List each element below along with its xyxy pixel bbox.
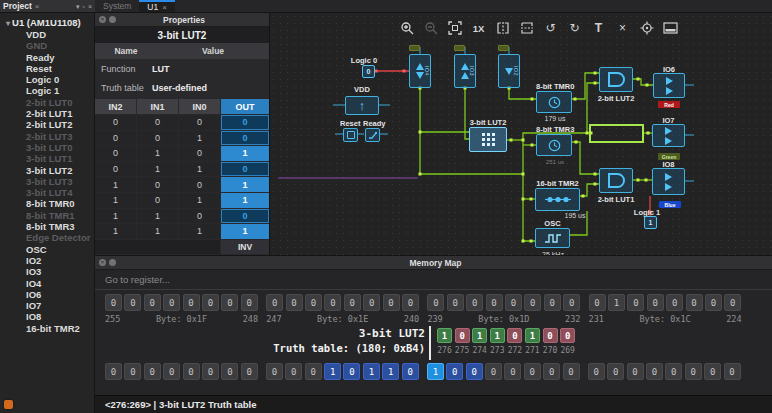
memory-bit-cell[interactable]: 0 (588, 363, 605, 380)
memory-bit-cell[interactable]: 0 (144, 294, 161, 311)
memory-bit-cell[interactable]: 0 (202, 294, 219, 311)
tree-item-logic-1[interactable]: Logic 1 (0, 85, 94, 96)
memory-bit-cell[interactable]: 0 (486, 294, 503, 311)
memory-bit-cell[interactable]: 0 (183, 363, 200, 380)
truth-out-cell[interactable]: 1 (221, 193, 269, 208)
io4-block[interactable]: IO4 (409, 54, 431, 88)
memory-bit-cell[interactable]: 0 (447, 294, 464, 311)
rotate-cw-icon[interactable]: ↻ (566, 20, 583, 36)
memory-bit-cell[interactable]: 0 (607, 363, 624, 380)
io6-block[interactable] (653, 73, 685, 98)
memory-bit-cell[interactable]: 1 (608, 294, 625, 311)
memory-bit-cell[interactable]: 0 (402, 294, 419, 311)
memory-map-header[interactable]: × Memory Map (95, 256, 772, 270)
memory-bit-cell[interactable]: 1 (324, 363, 341, 380)
project-close-icon[interactable]: × (35, 2, 40, 11)
truth-out-cell[interactable]: 1 (221, 146, 269, 161)
center-selection-icon[interactable] (638, 20, 655, 36)
memory-bit-cell[interactable]: 0 (524, 294, 541, 311)
tree-item-io8[interactable]: IO8 (0, 311, 94, 322)
project-panel-header[interactable]: Project × ▾ ▫ × (0, 0, 95, 12)
memory-bit-cell[interactable]: 0 (724, 363, 741, 380)
tree-root-item[interactable]: ▾U1 (AM1U1108) (0, 13, 94, 29)
goto-register-input[interactable] (95, 274, 495, 285)
tree-item-2-bit-lut3[interactable]: 2-bit LUT3 (0, 131, 94, 142)
zoom-fit-icon[interactable] (446, 20, 463, 36)
tree-item-gnd[interactable]: GND (0, 40, 94, 51)
memory-bit-cell[interactable]: 0 (544, 294, 561, 311)
io2-block[interactable]: IO2 (498, 54, 520, 88)
io3-block[interactable]: IO3 (454, 54, 476, 88)
tree-item-2-bit-lut2[interactable]: 2-bit LUT2 (0, 119, 94, 130)
tree-item-io2[interactable]: IO2 (0, 255, 94, 266)
ready-block[interactable] (365, 128, 380, 142)
app-status-icon[interactable] (4, 400, 13, 409)
osc-block[interactable] (535, 228, 570, 248)
tab-system[interactable]: System (95, 0, 139, 12)
tmr2-block[interactable] (535, 188, 580, 211)
memory-bit-cell[interactable]: 0 (266, 363, 283, 380)
tree-item-8-bit-tmr1[interactable]: 8-bit TMR1 (0, 210, 94, 221)
close-panel-circle-icon[interactable]: × (99, 259, 106, 266)
memory-bit-cell[interactable]: 0 (666, 294, 683, 311)
memory-bit-cell[interactable]: 0 (466, 363, 483, 380)
invert-button[interactable]: INV (221, 240, 269, 254)
memory-bit-cell[interactable]: 0 (163, 363, 180, 380)
truth-out-cell[interactable]: 0 (221, 115, 269, 130)
memory-bit-cell[interactable]: 0 (285, 363, 302, 380)
memory-bit-cell[interactable]: 0 (427, 294, 444, 311)
tab-u1[interactable]: U1 × (139, 0, 175, 12)
memory-bit-cell[interactable]: 0 (685, 363, 702, 380)
tree-item-reset[interactable]: Reset (0, 63, 94, 74)
memory-bit-cell[interactable]: 0 (286, 294, 303, 311)
memory-bit-cell[interactable]: 0 (647, 294, 664, 311)
tmr3-block[interactable] (536, 134, 572, 156)
tree-item-io3[interactable]: IO3 (0, 266, 94, 277)
schematic-canvas[interactable]: 1X ↺ ↻ T × Logic 0 0 VDD ↑ Reset Ready I… (270, 13, 772, 255)
memory-bit-cell[interactable]: 0 (589, 294, 606, 311)
rotate-ccw-icon[interactable]: ↺ (542, 20, 559, 36)
property-row-function[interactable]: Function LUT (95, 59, 269, 78)
tree-item-3-bit-lut2[interactable]: 3-bit LUT2 (0, 165, 94, 176)
tree-item-2-bit-lut0[interactable]: 2-bit LUT0 (0, 97, 94, 108)
property-value[interactable]: LUT (152, 64, 170, 74)
memory-bit-cell[interactable]: 0 (505, 294, 522, 311)
memory-bit-cell[interactable]: 0 (724, 294, 741, 311)
memory-bit-cell[interactable]: 0 (363, 294, 380, 311)
memory-bit-cell[interactable]: 0 (266, 294, 283, 311)
tree-item-logic-0[interactable]: Logic 0 (0, 74, 94, 85)
io8-block[interactable] (652, 168, 685, 195)
memory-bit-cell[interactable]: 0 (221, 363, 238, 380)
memory-bit-cell[interactable]: 0 (543, 363, 560, 380)
property-value[interactable]: User-defined (152, 83, 207, 93)
logic0-source[interactable]: 0 (362, 65, 375, 78)
truth-out-cell[interactable]: 0 (221, 162, 269, 177)
memory-bit-cell[interactable]: 0 (627, 294, 644, 311)
memory-bit-cell[interactable]: 0 (324, 294, 341, 311)
memory-bit-cell[interactable]: 0 (163, 294, 180, 311)
close-panel-icon[interactable]: × (88, 0, 92, 13)
truth-out-cell[interactable]: 0 (221, 131, 269, 146)
memory-bit-cell[interactable]: 0 (305, 363, 322, 380)
split-vertical-icon[interactable] (494, 20, 511, 36)
highlighted-net[interactable] (590, 125, 643, 142)
memory-bit-cell[interactable]: 0 (241, 294, 258, 311)
tree-item-io4[interactable]: IO4 (0, 278, 94, 289)
tree-item-16-bit-tmr2[interactable]: 16-bit TMR2 (0, 323, 94, 334)
chevron-down-icon[interactable]: ▾ (6, 19, 10, 28)
memory-bit-cell[interactable]: 0 (402, 363, 419, 380)
property-row-truth-table[interactable]: Truth table User-defined (95, 78, 269, 97)
close-panel-circle-icon[interactable]: × (99, 16, 106, 23)
tree-item-ready[interactable]: Ready (0, 52, 94, 63)
properties-panel-header[interactable]: × Properties (95, 13, 269, 27)
tree-item-2-bit-lut1[interactable]: 2-bit LUT1 (0, 108, 94, 119)
reset-block[interactable] (343, 128, 358, 142)
tree-item-3-bit-lut3[interactable]: 3-bit LUT3 (0, 176, 94, 187)
memory-bit-cell[interactable]: 0 (446, 363, 463, 380)
memory-bit-cell[interactable]: 0 (124, 363, 141, 380)
tab-close-icon[interactable]: × (162, 3, 167, 12)
io7-block[interactable] (652, 124, 685, 147)
truth-out-cell[interactable]: 0 (221, 209, 269, 224)
tree-item-3-bit-lut4[interactable]: 3-bit LUT4 (0, 187, 94, 198)
tmr0-block[interactable] (536, 91, 572, 113)
